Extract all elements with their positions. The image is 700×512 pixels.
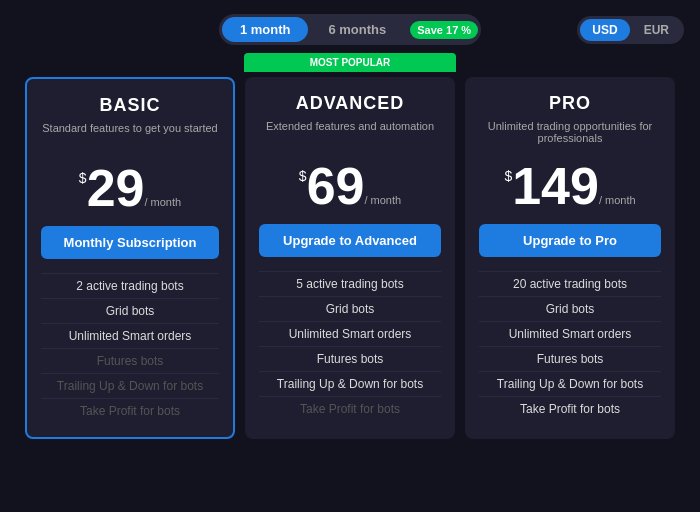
pro-dollar-sign: $ [504,168,512,184]
advanced-plan-desc: Extended features and automation [259,120,441,150]
page-wrapper: 1 month 6 months Save 17 % USD EUR Month… [0,0,700,512]
pro-feature-list: 20 active trading bots Grid bots Unlimit… [479,271,661,421]
top-bar: 1 month 6 months Save 17 % USD EUR [16,14,684,45]
basic-plan-title: BASIC [41,95,219,116]
list-item: Unlimited Smart orders [479,321,661,346]
period-6months-button[interactable]: 6 months [310,17,404,42]
list-item: Take Profit for bots [259,396,441,421]
basic-price-period: / month [144,196,181,208]
list-item: Futures bots [479,346,661,371]
advanced-price-block: $69/ month [259,160,441,212]
pro-plan-desc: Unlimited trading opportunities for prof… [479,120,661,150]
basic-plan-card: BASIC Standard features to get you start… [25,77,235,439]
basic-price-block: $29/ month [41,162,219,214]
pro-cta-button[interactable]: Upgrade to Pro [479,224,661,257]
currency-usd-button[interactable]: USD [580,19,629,41]
list-item: Trailing Up & Down for bots [41,373,219,398]
most-popular-badge: MOST POPULAR [244,53,456,72]
currency-toggle: USD EUR [577,16,684,44]
pro-plan-title: PRO [479,93,661,114]
list-item: Grid bots [479,296,661,321]
advanced-plan-card: MOST POPULAR ADVANCED Extended features … [245,77,455,439]
advanced-cta-button[interactable]: Upgrade to Advanced [259,224,441,257]
list-item: Grid bots [41,298,219,323]
advanced-plan-title: ADVANCED [259,93,441,114]
pro-price-period: / month [599,194,636,206]
basic-dollar-sign: $ [79,170,87,186]
basic-price-amount: 29 [87,159,145,217]
list-item: Trailing Up & Down for bots [479,371,661,396]
advanced-dollar-sign: $ [299,168,307,184]
list-item: 2 active trading bots [41,273,219,298]
list-item: 5 active trading bots [259,271,441,296]
pro-price-block: $149/ month [479,160,661,212]
list-item: Unlimited Smart orders [41,323,219,348]
plans-container: BASIC Standard features to get you start… [16,77,684,439]
basic-plan-desc: Standard features to get you started [41,122,219,152]
currency-eur-button[interactable]: EUR [632,19,681,41]
list-item: Futures bots [41,348,219,373]
period-1month-button[interactable]: 1 month [222,17,309,42]
list-item: Take Profit for bots [479,396,661,421]
list-item: Grid bots [259,296,441,321]
list-item: 20 active trading bots [479,271,661,296]
pro-plan-card: PRO Unlimited trading opportunities for … [465,77,675,439]
basic-feature-list: 2 active trading bots Grid bots Unlimite… [41,273,219,423]
pro-price-amount: 149 [512,157,599,215]
advanced-feature-list: 5 active trading bots Grid bots Unlimite… [259,271,441,421]
period-toggle: 1 month 6 months Save 17 % [219,14,481,45]
advanced-price-amount: 69 [307,157,365,215]
list-item: Unlimited Smart orders [259,321,441,346]
list-item: Take Profit for bots [41,398,219,423]
list-item: Trailing Up & Down for bots [259,371,441,396]
save-badge: Save 17 % [410,21,478,39]
advanced-price-period: / month [364,194,401,206]
list-item: Futures bots [259,346,441,371]
basic-cta-button[interactable]: Monthly Subscription [41,226,219,259]
